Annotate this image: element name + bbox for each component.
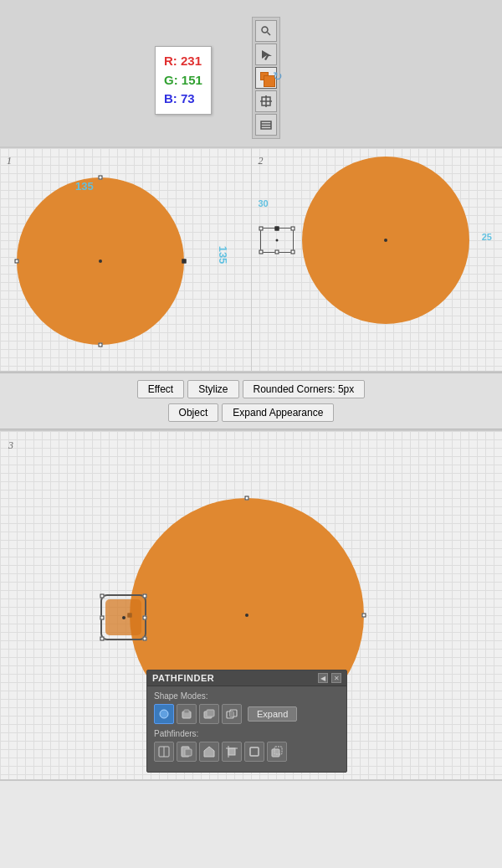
svg-rect-25 <box>272 749 279 757</box>
rr-anchor-mr <box>143 615 147 619</box>
circle1-center-dot <box>99 259 102 263</box>
color-r-value: R: 231 <box>164 52 202 71</box>
svg-rect-21 <box>228 748 235 755</box>
toolbar-area: R: 231 G: 151 B: 73 ↻ <box>0 0 502 146</box>
intersect-shape-btn[interactable] <box>199 704 219 724</box>
canvas-section-2: 2 30 25 <box>252 148 503 371</box>
subtract-shape-btn[interactable] <box>177 704 197 724</box>
expand-button[interactable]: Expand <box>248 706 297 722</box>
transform-tool-btn[interactable]: ↻ <box>255 67 277 89</box>
rr-anchor-br <box>143 637 147 641</box>
c3-anchor-top <box>245 496 249 501</box>
pathfinders-row <box>154 742 340 762</box>
minus-back-btn[interactable] <box>267 742 287 762</box>
merge-btn[interactable] <box>199 742 219 762</box>
add-shape-btn[interactable] <box>154 704 174 724</box>
anchor-right <box>182 259 187 264</box>
small-rect-2[interactable] <box>260 228 294 253</box>
shape-modes-row: Expand <box>154 704 340 724</box>
svg-rect-6 <box>261 121 271 129</box>
canvas-top-section: 1 135 135 2 <box>0 146 502 372</box>
panel-controls: ◀ ✕ <box>318 673 341 683</box>
small-rounded-rect-3[interactable] <box>100 594 146 640</box>
shape-tool-btn[interactable] <box>255 90 277 112</box>
shape-modes-label: Shape Modes: <box>154 691 340 701</box>
circle-shape-2[interactable] <box>302 157 469 324</box>
dim-width-30: 30 <box>259 198 269 208</box>
expand-appearance-button[interactable]: Expand Appearance <box>222 403 334 422</box>
rect-anchor-tm <box>274 227 279 231</box>
rr-anchor-tr <box>143 594 147 598</box>
section2-content: 30 25 <box>252 148 503 371</box>
outline-btn[interactable] <box>244 742 264 762</box>
dim-height-25: 25 <box>482 232 492 242</box>
magnifier-tool-btn[interactable] <box>255 20 277 42</box>
svg-point-9 <box>160 710 168 718</box>
anchor-left <box>15 259 19 264</box>
color-g-value: G: 151 <box>164 71 202 90</box>
pathfinder-titlebar: PATHFINDER ◀ ✕ <box>147 670 346 686</box>
svg-point-0 <box>262 27 268 33</box>
section1-content: 135 135 <box>0 148 251 371</box>
svg-rect-16 <box>230 711 233 716</box>
effect-button[interactable]: Effect <box>137 380 184 398</box>
crop-btn[interactable] <box>222 742 242 762</box>
toolbar-row-1: Effect Stylize Rounded Corners: 5px <box>137 380 366 398</box>
circle3-center-dot <box>245 614 248 617</box>
anchor-bottom <box>99 343 103 347</box>
trim-btn[interactable] <box>177 742 197 762</box>
svg-line-1 <box>268 33 271 36</box>
svg-rect-20 <box>185 749 192 756</box>
panel-collapse-btn[interactable]: ◀ <box>318 673 328 683</box>
rr-center-dot <box>122 616 126 619</box>
middle-toolbar: Effect Stylize Rounded Corners: 5px Obje… <box>0 372 502 429</box>
toolbar-row-2: Object Expand Appearance <box>168 403 335 422</box>
divide-btn[interactable] <box>154 742 174 762</box>
rect-anchor-br <box>290 250 295 254</box>
rect-anchor-tl <box>259 227 263 231</box>
section-3-number: 3 <box>8 439 13 452</box>
toolbar-icons-panel: ↻ <box>252 17 280 139</box>
canvas-bottom-section: 3 PATHFINDER ◀ ✕ <box>0 429 502 781</box>
circular-arrow-icon: ↻ <box>273 69 283 83</box>
dim-height-135: 135 <box>217 246 229 265</box>
rr-anchor-tl <box>100 594 105 598</box>
object-button[interactable]: Object <box>168 403 219 422</box>
svg-rect-13 <box>207 710 214 716</box>
rr-anchor-bl <box>100 637 105 641</box>
pathfinders-label: Pathfinders: <box>154 729 340 738</box>
c3-anchor-right <box>362 614 366 618</box>
arrow-tool-btn[interactable] <box>255 44 277 65</box>
rr-anchor-ml <box>100 615 105 619</box>
circle-shape-1[interactable] <box>17 177 184 345</box>
color-tooltip: R: 231 G: 151 B: 73 <box>155 46 212 115</box>
panel-close-btn[interactable]: ✕ <box>331 673 341 683</box>
pathfinder-panel: PATHFINDER ◀ ✕ Shape Modes: <box>146 670 347 773</box>
pathfinder-body: Shape Modes: <box>147 686 346 772</box>
exclude-shape-btn[interactable] <box>222 704 242 724</box>
circle2-center-dot <box>384 239 387 242</box>
stylize-button[interactable]: Stylize <box>187 380 238 398</box>
rect-anchor-bl <box>259 250 263 254</box>
svg-marker-2 <box>262 50 272 60</box>
rounded-corners-button[interactable]: Rounded Corners: 5px <box>243 380 366 398</box>
anchor-top <box>99 176 103 180</box>
pathfinder-title: PATHFINDER <box>152 673 214 683</box>
svg-rect-24 <box>250 747 259 756</box>
svg-rect-11 <box>184 710 189 713</box>
layers-tool-btn[interactable] <box>255 114 277 136</box>
rect-anchor-bm <box>274 250 279 254</box>
color-b-value: B: 73 <box>164 90 202 109</box>
rect-anchor-tr <box>290 227 295 231</box>
small-rect-center-dot <box>275 239 278 242</box>
dim-width-135: 135 <box>75 180 94 193</box>
canvas-section-1: 1 135 135 <box>0 148 252 371</box>
